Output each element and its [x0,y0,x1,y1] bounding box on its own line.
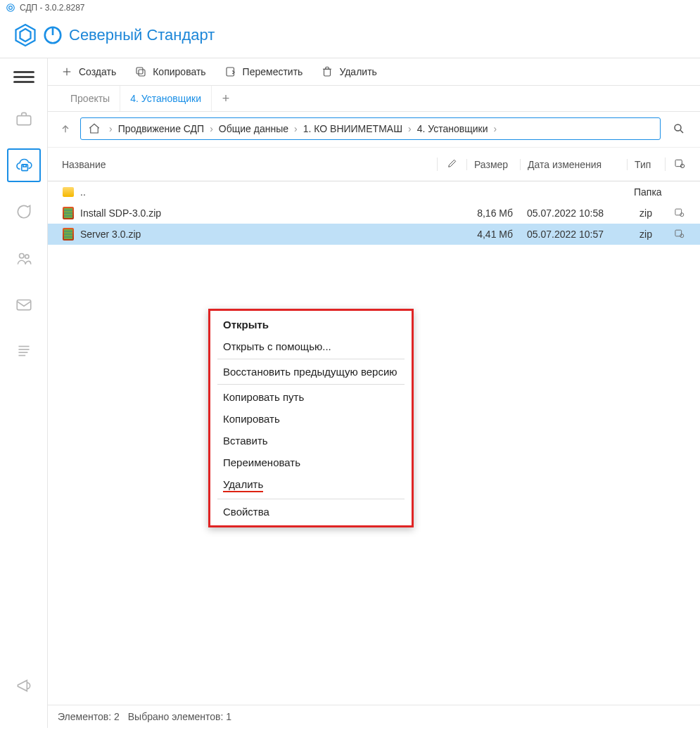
move-icon [224,65,237,78]
chat-icon [15,203,33,221]
svg-point-29 [680,234,683,238]
copy-button[interactable]: Копировать [134,65,205,78]
cell-type: Папка [627,186,665,198]
cm-restore[interactable]: Восстановить предыдущую версию [210,361,412,383]
create-button[interactable]: Создать [61,65,116,78]
document-lines-icon [15,342,33,360]
users-icon [15,249,33,267]
copy-icon [134,65,147,78]
tabs: Проекты 4. Установщики + [48,86,700,112]
cm-sep [217,384,405,385]
cell-cal [665,228,693,241]
cm-open-with[interactable]: Открыть с помощью... [210,335,412,357]
title-bar: СДП - 3.0.2.8287 [0,0,700,15]
toolbar: Создать Копировать Переместить Удалить [48,58,700,86]
breadcrumb-sep: › [109,123,113,134]
table-row[interactable]: .. Папка [48,181,700,203]
file-name: Install SDP-3.0.zip [80,207,161,219]
svg-marker-3 [20,29,31,41]
cm-props[interactable]: Свойства [210,501,412,523]
breadcrumb-seg-2[interactable]: 1. КО ВНИИМЕТМАШ [303,123,402,134]
rail-announce-button[interactable] [7,669,41,703]
tab-add-button[interactable]: + [212,91,240,106]
cm-paste[interactable]: Вставить [210,430,412,452]
svg-rect-11 [17,300,31,310]
menu-toggle-button[interactable] [13,68,34,84]
rail-users-button[interactable] [7,241,41,275]
cell-date: 05.07.2022 10:57 [520,229,627,240]
rail-briefcase-button[interactable] [7,102,41,136]
rail-mail-button[interactable] [7,288,41,321]
svg-rect-18 [139,70,145,76]
cell-name: Server 3.0.zip [55,228,437,241]
table-row-selected[interactable]: Server 3.0.zip 4,41 Мб 05.07.2022 10:57 … [48,224,700,245]
delete-button[interactable]: Удалить [321,65,376,78]
col-type[interactable]: Тип [627,159,665,170]
cell-type: zip [627,229,665,240]
calendar-icon [674,228,685,238]
svg-rect-7 [21,165,27,171]
svg-point-27 [680,213,683,217]
breadcrumb-sep: › [210,123,213,134]
breadcrumb-up-button[interactable] [56,120,75,138]
megaphone-icon [15,677,33,695]
col-calendar[interactable] [665,158,693,171]
rail-cloud-save-button[interactable] [7,148,41,182]
cm-open[interactable]: Открыть [210,314,412,335]
cell-name: .. [55,186,437,198]
logo-power-icon [42,25,63,46]
svg-point-9 [19,254,24,259]
col-date[interactable]: Дата изменения [520,159,627,170]
cell-size: 4,41 Мб [466,229,520,240]
rail-chat-button[interactable] [7,195,41,229]
svg-rect-19 [136,68,143,74]
col-name[interactable]: Название [55,159,437,170]
svg-line-23 [680,130,683,133]
svg-point-22 [675,124,681,131]
svg-marker-2 [16,25,35,46]
window-title: СДП - 3.0.2.8287 [20,3,85,13]
breadcrumb-seg-3[interactable]: 4. Установщики [417,123,488,134]
move-button[interactable]: Переместить [224,65,303,78]
cm-copy[interactable]: Копировать [210,408,412,430]
app-icon [6,3,15,13]
status-elements: Элементов: 2 [58,711,120,722]
breadcrumb-sep: › [294,123,298,134]
table-row[interactable]: Install SDP-3.0.zip 8,16 Мб 05.07.2022 1… [48,203,700,224]
svg-rect-21 [324,69,331,76]
cm-delete[interactable]: Удалить [210,473,412,497]
cell-cal [665,207,693,219]
table-header: Название Размер Дата изменения Тип [48,148,700,181]
zip-icon [62,207,75,219]
tab-projects[interactable]: Проекты [61,86,120,111]
zip-icon [62,228,75,241]
search-icon [673,122,685,135]
breadcrumb-box[interactable]: › Продвижение СДП › Общие данные › 1. КО… [80,117,661,140]
col-edit[interactable] [437,158,466,171]
breadcrumb-seg-1[interactable]: Общие данные [219,123,288,134]
cell-date: 05.07.2022 10:58 [520,207,627,219]
col-size[interactable]: Размер [466,159,520,170]
left-rail [0,58,48,728]
svg-rect-6 [17,116,31,125]
svg-rect-8 [23,165,25,167]
cm-delete-label: Удалить [223,478,263,492]
rail-document-button[interactable] [7,334,41,368]
tab-installers[interactable]: 4. Установщики [120,86,212,111]
status-bar: Элементов: 2 Выбрано элементов: 1 [48,705,700,728]
svg-point-0 [7,4,15,12]
breadcrumb-sep: › [408,123,412,134]
status-selected: Выбрано элементов: 1 [128,711,231,722]
context-menu: Открыть Открыть с помощью... Восстановит… [208,309,414,527]
pencil-icon [447,158,458,169]
cm-copy-path[interactable]: Копировать путь [210,386,412,408]
cell-name: Install SDP-3.0.zip [55,207,437,219]
cm-sep [217,499,405,499]
logo-hex-icon [13,23,38,48]
search-button[interactable] [666,116,692,141]
cell-size: 8,16 Мб [466,207,520,219]
svg-rect-20 [227,68,234,76]
folder-icon [62,186,75,198]
breadcrumb-seg-0[interactable]: Продвижение СДП [118,123,204,134]
cm-rename[interactable]: Переименовать [210,452,412,473]
